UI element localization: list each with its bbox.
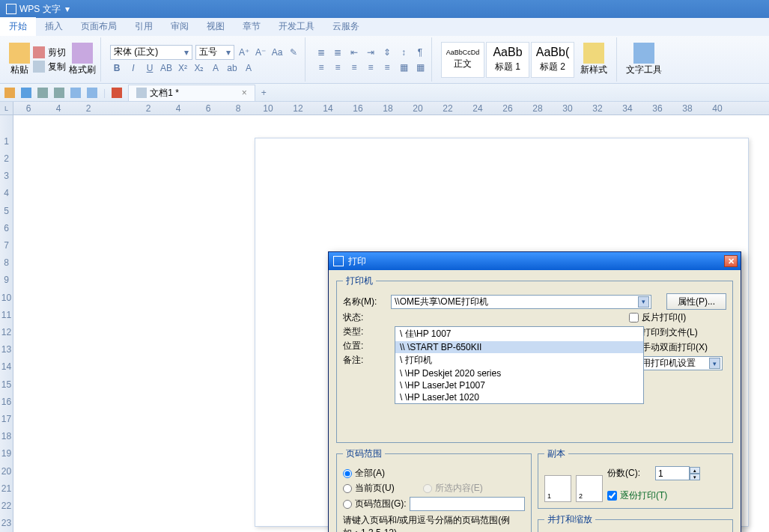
tab-insert[interactable]: 插入 xyxy=(36,17,72,36)
page-range-input[interactable] xyxy=(410,497,525,511)
location-label: 位置: xyxy=(343,340,386,352)
reverse-print-check[interactable]: 反片打印(I) xyxy=(629,311,686,324)
new-style-label[interactable]: 新样式 xyxy=(580,64,607,76)
borders-icon[interactable]: ▦ xyxy=(413,61,427,74)
justify-icon[interactable]: ≡ xyxy=(364,61,377,74)
format-painter-label[interactable]: 格式刷 xyxy=(69,64,96,76)
indent-dec-icon[interactable]: ⇤ xyxy=(347,46,361,59)
copy-icon xyxy=(33,61,45,73)
range-hint: 请键入页码和/或用逗号分隔的页码范围(例如：1,3,5-12)。 xyxy=(343,514,525,532)
tab-chapter[interactable]: 章节 xyxy=(234,17,270,36)
superscript-icon[interactable]: X² xyxy=(176,61,189,75)
change-case-icon[interactable]: Aa xyxy=(270,46,284,59)
numbering-icon[interactable]: ≣ xyxy=(331,46,344,59)
bullets-icon[interactable]: ≣ xyxy=(314,46,328,59)
horizontal-ruler[interactable]: 642246810121416182022242628303234363840 xyxy=(13,102,769,115)
range-selection-radio: 所选内容(E) xyxy=(423,482,483,495)
printer-option[interactable]: \ \HP LaserJet P1007 xyxy=(395,379,643,391)
distribute-icon[interactable]: ≡ xyxy=(380,61,394,74)
align-right-icon[interactable]: ≡ xyxy=(347,61,361,74)
styles-group: AaBbCcDd正文 AaBb标题 1 AaBb(标题 2 新样式 xyxy=(437,37,617,82)
printer-option[interactable]: \ 打印机 xyxy=(395,353,643,367)
wps-home-icon[interactable] xyxy=(112,88,122,98)
vertical-ruler[interactable]: 1234567891011121314151617181920212223 xyxy=(0,115,13,532)
spin-up-icon[interactable]: ▴ xyxy=(690,467,700,474)
font-size-combo[interactable]: 五号▾ xyxy=(195,45,234,60)
printer-dropdown-list[interactable]: \ 佳\HP 1007\\ \START BP-650KII\ 打印机\ \HP… xyxy=(395,326,644,404)
copies-spinner[interactable]: 1 ▴▾ xyxy=(655,466,700,480)
show-marks-icon[interactable]: ¶ xyxy=(413,46,427,59)
print-icon[interactable] xyxy=(37,88,48,98)
subscript-icon[interactable]: X₂ xyxy=(192,61,206,75)
tab-home[interactable]: 开始 xyxy=(0,16,36,36)
printer-option[interactable]: \\ \START BP-650KII xyxy=(395,341,643,353)
app-name: WPS 文字 xyxy=(19,3,61,16)
page-range-fieldset: 页码范围 全部(A) 当前页(U)所选内容(E) 页码范围(G): 请键入页码和… xyxy=(336,447,532,532)
properties-button[interactable]: 属性(P)... xyxy=(666,293,726,310)
format-painter-icon[interactable] xyxy=(72,43,93,64)
indent-inc-icon[interactable]: ⇥ xyxy=(364,46,377,59)
copy-button[interactable]: 复制 xyxy=(33,61,66,73)
save-icon[interactable] xyxy=(21,88,31,98)
range-pages-radio[interactable]: 页码范围(G): xyxy=(343,497,525,511)
text-tools-icon[interactable] xyxy=(633,43,654,64)
shading-icon[interactable]: ▦ xyxy=(397,61,410,74)
printer-option[interactable]: \ \HP Deskjet 2020 series xyxy=(395,367,643,379)
clear-format-icon[interactable]: ✎ xyxy=(287,46,300,59)
cut-button[interactable]: 剪切 xyxy=(33,46,66,59)
tab-developer[interactable]: 开发工具 xyxy=(270,17,323,36)
document-tab[interactable]: 文档1 * × xyxy=(128,85,255,101)
ribbon-tabs: 开始 插入 页面布局 引用 审阅 视图 章节 开发工具 云服务 xyxy=(0,18,769,36)
close-icon[interactable]: ✕ xyxy=(724,255,738,267)
print-preview-icon[interactable] xyxy=(54,88,64,98)
strike-icon[interactable]: AB xyxy=(159,61,173,75)
font-color-icon[interactable]: A xyxy=(209,61,222,75)
range-all-radio[interactable]: 全部(A) xyxy=(343,467,525,480)
tab-cloud[interactable]: 云服务 xyxy=(323,17,368,36)
tab-page-layout[interactable]: 页面布局 xyxy=(72,17,126,36)
tab-references[interactable]: 引用 xyxy=(126,17,162,36)
new-tab-icon[interactable]: + xyxy=(261,88,267,98)
align-center-icon[interactable]: ≡ xyxy=(331,61,344,74)
underline-icon[interactable]: U xyxy=(143,61,156,75)
italic-icon[interactable]: I xyxy=(127,61,140,75)
tab-view[interactable]: 视图 xyxy=(198,17,234,36)
workspace: L 64224681012141618202224262830323436384… xyxy=(0,102,769,532)
printer-fieldset: 打印机 名称(M): \\OME共享\OME打印机▾ 属性(P)... 状态: … xyxy=(336,275,733,443)
undo-icon[interactable] xyxy=(70,88,81,98)
dialog-icon xyxy=(333,256,344,266)
collate-check[interactable]: 逐份打印(T) xyxy=(607,489,726,502)
style-heading1[interactable]: AaBb标题 1 xyxy=(486,42,529,78)
range-current-radio[interactable]: 当前页(U) xyxy=(343,482,395,495)
status-label: 状态: xyxy=(343,311,386,324)
printer-option[interactable]: \ 佳\HP 1007 xyxy=(395,327,643,341)
font-name-combo[interactable]: 宋体 (正文)▾ xyxy=(110,45,192,60)
spin-down-icon[interactable]: ▾ xyxy=(690,474,700,480)
bold-icon[interactable]: B xyxy=(110,61,124,75)
redo-icon[interactable] xyxy=(87,88,97,98)
printer-legend: 打印机 xyxy=(343,275,376,287)
align-left-icon[interactable]: ≡ xyxy=(314,61,328,74)
paste-icon[interactable] xyxy=(9,43,30,64)
clipboard-group: 粘贴 剪切 复制 格式刷 xyxy=(4,37,101,82)
printer-option[interactable]: \ \HP LaserJet 1020 xyxy=(395,391,643,403)
close-tab-icon[interactable]: × xyxy=(242,88,247,98)
printer-name-combo[interactable]: \\OME共享\OME打印机▾ xyxy=(391,295,651,309)
phonetic-icon[interactable]: A xyxy=(242,61,255,75)
app-menu[interactable]: WPS 文字 ▾ xyxy=(0,3,77,16)
line-spacing-icon[interactable]: ⇕ xyxy=(380,46,394,59)
tab-review[interactable]: 审阅 xyxy=(162,17,198,36)
sort-icon[interactable]: ↕ xyxy=(397,46,410,59)
style-normal[interactable]: AaBbCcDd正文 xyxy=(441,42,484,78)
highlight-icon[interactable]: ab xyxy=(225,61,239,75)
scissors-icon xyxy=(33,46,45,58)
paste-label[interactable]: 粘贴 xyxy=(10,64,28,76)
style-heading2[interactable]: AaBb(标题 2 xyxy=(531,42,574,78)
new-style-icon[interactable] xyxy=(583,43,604,64)
tools-group: 文字工具 xyxy=(621,37,666,82)
text-tools-label[interactable]: 文字工具 xyxy=(626,64,662,76)
grow-font-icon[interactable]: A⁺ xyxy=(237,46,251,59)
open-icon[interactable] xyxy=(4,88,15,98)
shrink-font-icon[interactable]: A⁻ xyxy=(254,46,267,59)
dialog-titlebar[interactable]: 打印 ✕ xyxy=(329,252,741,270)
